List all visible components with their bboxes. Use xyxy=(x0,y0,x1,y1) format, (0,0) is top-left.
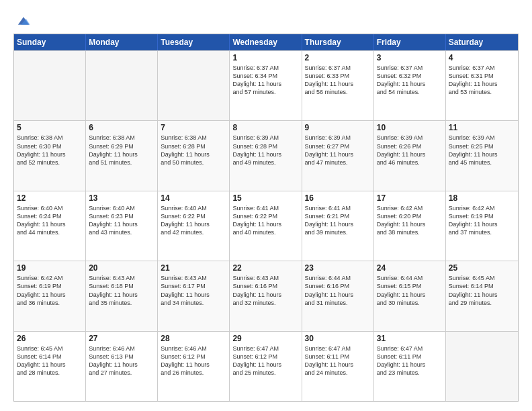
cal-cell: 18Sunrise: 6:42 AMSunset: 6:19 PMDayligh… xyxy=(446,191,518,261)
cell-line: Daylight: 11 hours xyxy=(377,361,443,369)
cal-cell: 30Sunrise: 6:47 AMSunset: 6:11 PMDayligh… xyxy=(302,332,374,401)
cal-cell: 7Sunrise: 6:38 AMSunset: 6:28 PMDaylight… xyxy=(158,121,230,190)
day-number: 16 xyxy=(305,193,371,203)
cell-line: Sunset: 6:22 PM xyxy=(161,212,226,220)
calendar: SundayMondayTuesdayWednesdayThursdayFrid… xyxy=(13,34,519,402)
cell-line: Sunrise: 6:39 AM xyxy=(232,134,298,142)
cell-line: Sunrise: 6:39 AM xyxy=(449,134,515,142)
day-number: 11 xyxy=(449,123,515,132)
cell-line: Sunrise: 6:39 AM xyxy=(377,134,443,142)
cell-line: Sunrise: 6:41 AM xyxy=(305,204,371,212)
cell-line: Daylight: 11 hours xyxy=(305,291,371,299)
cell-line: Sunset: 6:20 PM xyxy=(377,212,443,220)
cell-line: and 28 minutes. xyxy=(17,369,83,377)
calendar-header-row: SundayMondayTuesdayWednesdayThursdayFrid… xyxy=(14,34,518,50)
cell-line: Sunset: 6:28 PM xyxy=(232,142,298,150)
cal-cell: 21Sunrise: 6:43 AMSunset: 6:17 PMDayligh… xyxy=(158,261,230,330)
cell-line: Daylight: 11 hours xyxy=(17,291,83,299)
week-row-3: 12Sunrise: 6:40 AMSunset: 6:24 PMDayligh… xyxy=(14,191,518,261)
cell-line: and 56 minutes. xyxy=(305,88,371,96)
cell-line: Sunrise: 6:41 AM xyxy=(232,204,298,212)
cal-cell: 19Sunrise: 6:42 AMSunset: 6:19 PMDayligh… xyxy=(14,261,86,330)
cal-cell: 12Sunrise: 6:40 AMSunset: 6:24 PMDayligh… xyxy=(14,191,86,261)
cell-line: Sunrise: 6:44 AM xyxy=(305,274,371,282)
cell-line: and 35 minutes. xyxy=(89,299,154,307)
cell-line: Daylight: 11 hours xyxy=(449,220,515,228)
day-number: 14 xyxy=(161,193,226,203)
cal-cell: 9Sunrise: 6:39 AMSunset: 6:27 PMDaylight… xyxy=(302,121,374,190)
cell-line: and 36 minutes. xyxy=(17,299,83,307)
cell-line: Daylight: 11 hours xyxy=(17,361,83,369)
cell-line: Sunrise: 6:47 AM xyxy=(232,345,298,353)
cell-line: Daylight: 11 hours xyxy=(305,361,371,369)
day-number: 6 xyxy=(89,123,154,132)
day-number: 4 xyxy=(449,53,515,62)
cell-line: Daylight: 11 hours xyxy=(89,150,154,158)
cell-line: Sunset: 6:24 PM xyxy=(17,212,83,220)
cell-line: and 47 minutes. xyxy=(305,158,371,167)
cell-line: Sunset: 6:11 PM xyxy=(305,353,371,361)
cal-cell: 20Sunrise: 6:43 AMSunset: 6:18 PMDayligh… xyxy=(86,261,158,330)
cal-cell xyxy=(14,51,86,120)
cal-cell: 25Sunrise: 6:45 AMSunset: 6:14 PMDayligh… xyxy=(446,261,518,330)
cell-line: and 45 minutes. xyxy=(449,158,515,167)
cell-line: Sunrise: 6:42 AM xyxy=(17,274,83,282)
cell-line: Sunrise: 6:37 AM xyxy=(232,64,298,72)
cal-cell: 4Sunrise: 6:37 AMSunset: 6:31 PMDaylight… xyxy=(446,51,518,120)
cell-line: Daylight: 11 hours xyxy=(305,220,371,228)
cell-line: and 27 minutes. xyxy=(89,369,154,377)
cell-line: Sunset: 6:15 PM xyxy=(377,282,443,290)
cal-cell: 11Sunrise: 6:39 AMSunset: 6:25 PMDayligh… xyxy=(446,121,518,190)
cell-line: and 25 minutes. xyxy=(232,369,298,377)
page: SundayMondayTuesdayWednesdayThursdayFrid… xyxy=(0,0,532,411)
cell-line: and 37 minutes. xyxy=(449,228,515,236)
cell-line: Sunrise: 6:43 AM xyxy=(89,274,154,282)
cal-cell: 2Sunrise: 6:37 AMSunset: 6:33 PMDaylight… xyxy=(302,51,374,120)
day-number: 2 xyxy=(305,53,371,62)
cell-line: Daylight: 11 hours xyxy=(449,291,515,299)
header-day-saturday: Saturday xyxy=(446,34,518,50)
day-number: 10 xyxy=(377,123,443,132)
cal-cell: 26Sunrise: 6:45 AMSunset: 6:14 PMDayligh… xyxy=(14,332,86,401)
week-row-5: 26Sunrise: 6:45 AMSunset: 6:14 PMDayligh… xyxy=(14,331,518,401)
cell-line: and 34 minutes. xyxy=(161,299,226,307)
header-day-friday: Friday xyxy=(374,34,446,50)
cal-cell: 10Sunrise: 6:39 AMSunset: 6:26 PMDayligh… xyxy=(374,121,446,190)
cell-line: Sunrise: 6:37 AM xyxy=(305,64,371,72)
cell-line: Sunrise: 6:38 AM xyxy=(89,134,154,142)
cal-cell xyxy=(86,51,158,120)
cell-line: Sunrise: 6:42 AM xyxy=(449,204,515,212)
day-number: 19 xyxy=(17,263,83,273)
cell-line: Daylight: 11 hours xyxy=(17,220,83,228)
header-day-sunday: Sunday xyxy=(14,34,86,50)
cell-line: and 32 minutes. xyxy=(232,299,298,307)
cell-line: Sunrise: 6:47 AM xyxy=(377,345,443,353)
cal-cell: 28Sunrise: 6:46 AMSunset: 6:12 PMDayligh… xyxy=(158,332,230,401)
day-number: 9 xyxy=(305,123,371,132)
cell-line: Sunrise: 6:45 AM xyxy=(17,345,83,353)
cell-line: Sunset: 6:32 PM xyxy=(377,72,443,80)
cell-line: Sunset: 6:19 PM xyxy=(449,212,515,220)
cal-cell: 31Sunrise: 6:47 AMSunset: 6:11 PMDayligh… xyxy=(374,332,446,401)
day-number: 12 xyxy=(17,193,83,203)
cell-line: Daylight: 11 hours xyxy=(232,220,298,228)
cell-line: Sunrise: 6:38 AM xyxy=(161,134,226,142)
cal-cell: 14Sunrise: 6:40 AMSunset: 6:22 PMDayligh… xyxy=(158,191,230,261)
day-number: 20 xyxy=(89,263,154,273)
header-day-tuesday: Tuesday xyxy=(158,34,230,50)
cell-line: Sunrise: 6:37 AM xyxy=(449,64,515,72)
cal-cell: 13Sunrise: 6:40 AMSunset: 6:23 PMDayligh… xyxy=(86,191,158,261)
cell-line: Sunset: 6:21 PM xyxy=(305,212,371,220)
cell-line: Sunset: 6:19 PM xyxy=(17,282,83,290)
day-number: 13 xyxy=(89,193,154,203)
cell-line: Sunrise: 6:47 AM xyxy=(305,345,371,353)
cell-line: and 50 minutes. xyxy=(161,158,226,167)
cell-line: Sunset: 6:14 PM xyxy=(17,353,83,361)
cell-line: and 53 minutes. xyxy=(449,88,515,96)
week-row-1: 1Sunrise: 6:37 AMSunset: 6:34 PMDaylight… xyxy=(14,50,518,120)
day-number: 15 xyxy=(232,193,298,203)
cell-line: Sunset: 6:28 PM xyxy=(161,142,226,150)
day-number: 28 xyxy=(161,334,226,343)
day-number: 23 xyxy=(305,263,371,273)
cell-line: and 54 minutes. xyxy=(377,88,443,96)
